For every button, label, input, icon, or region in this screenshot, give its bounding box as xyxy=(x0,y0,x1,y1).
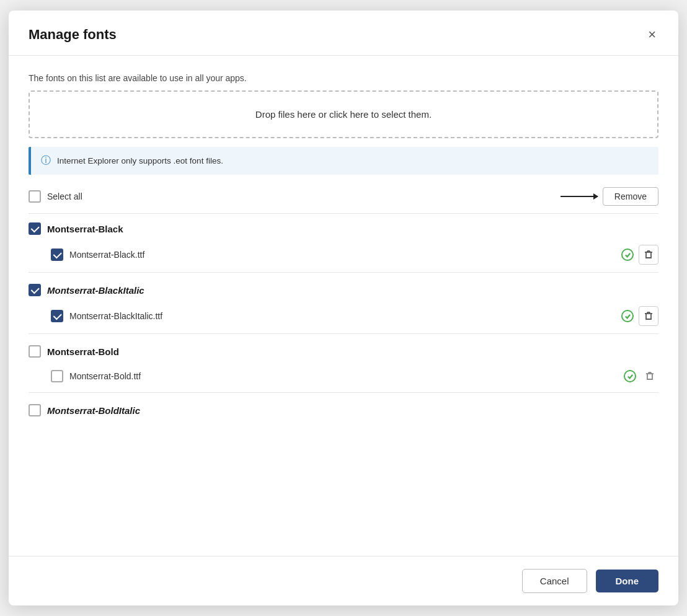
font-file-name-montserrat-blackitalic-ttf: Montserrat-BlackItalic.ttf xyxy=(69,311,162,321)
font-group-checkbox-montserrat-blackitalic[interactable] xyxy=(29,284,41,296)
info-text: Internet Explorer only supports .eot fon… xyxy=(57,156,223,165)
font-file-row-montserrat-bold-ttf: Montserrat-Bold.ttf xyxy=(29,364,658,393)
font-group-name-montserrat-bolditalic: Montserrat-BoldItalic xyxy=(47,405,140,416)
font-group-header-montserrat-blackitalic: Montserrat-BlackItalic xyxy=(29,284,658,302)
arrow-decoration xyxy=(561,196,598,197)
close-button[interactable]: × xyxy=(645,25,658,44)
font-file-left-montserrat-black-ttf: Montserrat-Black.ttf xyxy=(51,249,144,261)
dialog-title: Manage fonts xyxy=(29,27,117,43)
font-file-name-montserrat-black-ttf: Montserrat-Black.ttf xyxy=(69,250,144,260)
arrow-remove-area: Remove xyxy=(561,187,658,206)
select-all-checkbox[interactable] xyxy=(29,190,41,203)
drop-zone[interactable]: Drop files here or click here to select … xyxy=(29,90,658,138)
select-all-row: Select all Remove xyxy=(29,187,658,206)
dialog-header: Manage fonts × xyxy=(9,11,678,56)
font-group-montserrat-bold: Montserrat-BoldMontserrat-Bold.ttf xyxy=(29,337,658,393)
font-group-montserrat-black: Montserrat-BlackMontserrat-Black.ttf xyxy=(29,214,658,273)
font-file-name-montserrat-bold-ttf: Montserrat-Bold.ttf xyxy=(69,371,141,381)
font-group-header-montserrat-black: Montserrat-Black xyxy=(29,222,658,241)
font-group-checkbox-montserrat-black[interactable] xyxy=(29,222,41,235)
status-check-icon-montserrat-blackitalic-ttf xyxy=(621,310,634,322)
cancel-button[interactable]: Cancel xyxy=(522,569,587,593)
font-file-checkbox-montserrat-black-ttf[interactable] xyxy=(51,249,63,261)
font-group-montserrat-blackitalic: Montserrat-BlackItalicMontserrat-BlackIt… xyxy=(29,275,658,334)
done-button[interactable]: Done xyxy=(596,570,659,592)
subtitle-text: The fonts on this list are available to … xyxy=(29,73,658,83)
font-group-name-montserrat-black: Montserrat-Black xyxy=(47,224,123,234)
font-file-checkbox-montserrat-blackitalic-ttf[interactable] xyxy=(51,310,63,322)
font-list: Montserrat-BlackMontserrat-Black.ttfMont… xyxy=(29,213,658,546)
info-icon: ⓘ xyxy=(41,154,51,167)
font-group-checkbox-montserrat-bolditalic[interactable] xyxy=(29,404,41,416)
status-check-icon-montserrat-black-ttf xyxy=(621,249,634,261)
trash-button-montserrat-bold-ttf[interactable] xyxy=(641,367,658,385)
font-file-checkbox-montserrat-bold-ttf[interactable] xyxy=(51,370,63,382)
status-check-icon-montserrat-bold-ttf xyxy=(624,370,636,382)
manage-fonts-dialog: Manage fonts × The fonts on this list ar… xyxy=(9,11,678,605)
font-group-montserrat-bolditalic: Montserrat-BoldItalic xyxy=(29,395,658,423)
font-file-left-montserrat-bold-ttf: Montserrat-Bold.ttf xyxy=(51,370,141,382)
font-file-actions-montserrat-blackitalic-ttf xyxy=(621,306,658,326)
font-file-actions-montserrat-bold-ttf xyxy=(624,367,658,385)
font-group-checkbox-montserrat-bold[interactable] xyxy=(29,345,41,358)
trash-button-montserrat-black-ttf[interactable] xyxy=(639,245,658,265)
font-group-header-montserrat-bold: Montserrat-Bold xyxy=(29,345,658,364)
trash-button-montserrat-blackitalic-ttf[interactable] xyxy=(639,306,658,326)
drop-zone-label: Drop files here or click here to select … xyxy=(255,109,432,120)
font-file-row-montserrat-black-ttf: Montserrat-Black.ttf xyxy=(29,241,658,273)
font-file-actions-montserrat-black-ttf xyxy=(621,245,658,265)
font-group-name-montserrat-bold: Montserrat-Bold xyxy=(47,346,119,357)
font-file-row-montserrat-blackitalic-ttf: Montserrat-BlackItalic.ttf xyxy=(29,302,658,334)
font-file-left-montserrat-blackitalic-ttf: Montserrat-BlackItalic.ttf xyxy=(51,310,162,322)
select-all-label: Select all xyxy=(47,191,82,201)
dialog-body: The fonts on this list are available to … xyxy=(9,56,678,556)
font-group-name-montserrat-blackitalic: Montserrat-BlackItalic xyxy=(47,285,144,296)
dialog-footer: Cancel Done xyxy=(9,556,678,605)
info-banner: ⓘ Internet Explorer only supports .eot f… xyxy=(29,147,658,175)
remove-button[interactable]: Remove xyxy=(603,187,658,206)
select-all-left: Select all xyxy=(29,190,82,203)
font-group-header-montserrat-bolditalic: Montserrat-BoldItalic xyxy=(29,404,658,423)
